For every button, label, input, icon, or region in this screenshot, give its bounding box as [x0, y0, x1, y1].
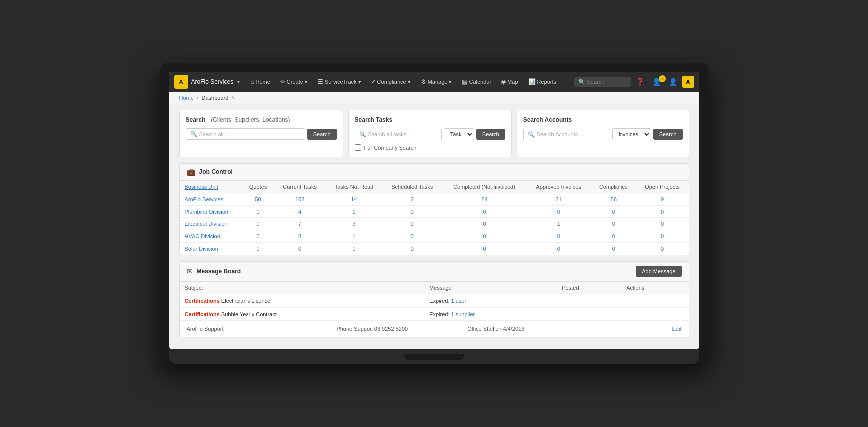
- create-icon: ✏: [280, 78, 285, 85]
- table-cell-link[interactable]: 0: [557, 246, 560, 252]
- table-cell-link[interactable]: 9: [661, 196, 664, 202]
- search-tasks-type-dropdown[interactable]: Task: [444, 128, 474, 140]
- search-tasks-input-wrapper[interactable]: 🔍: [355, 129, 442, 140]
- table-cell-link[interactable]: Plumbing Division: [185, 209, 228, 214]
- job-control-header: 💼 Job Control: [180, 164, 689, 180]
- table-cell-link[interactable]: 0: [661, 246, 664, 252]
- table-cell-link[interactable]: 0: [661, 209, 664, 214]
- table-cell-link[interactable]: 0: [352, 246, 355, 252]
- table-row: HVAC Division08100000: [180, 230, 689, 243]
- table-cell-link[interactable]: 0: [256, 233, 259, 239]
- search-clients-input[interactable]: [199, 131, 301, 137]
- footer-edit-link[interactable]: Edit: [672, 326, 682, 332]
- table-cell-link[interactable]: AroFlo Services: [185, 196, 224, 202]
- table-cell-link[interactable]: 84: [481, 196, 487, 202]
- table-cell-link[interactable]: Electrical Division: [185, 221, 228, 227]
- msg-row: Certifications Subbie Yearly ContractExp…: [180, 308, 689, 321]
- search-accounts-input[interactable]: [537, 131, 606, 137]
- table-cell-link[interactable]: 0: [612, 209, 615, 214]
- table-cell-link[interactable]: 0: [612, 221, 615, 227]
- msg-message-link[interactable]: 1 supplier: [451, 311, 475, 317]
- search-accounts-input-wrapper[interactable]: 🔍: [523, 129, 610, 140]
- table-cell-link[interactable]: 0: [557, 233, 560, 239]
- col-business-unit[interactable]: Business Unit: [180, 181, 243, 193]
- table-cell-link[interactable]: 1: [352, 209, 355, 214]
- table-cell-link[interactable]: 0: [411, 209, 414, 214]
- user-icon[interactable]: 👤: [666, 76, 680, 88]
- nav-compliance[interactable]: ✔ Compliance ▾: [367, 76, 415, 87]
- table-cell-link[interactable]: 8: [298, 233, 301, 239]
- table-cell-link[interactable]: 0: [483, 246, 486, 252]
- nav-home[interactable]: ⌂ Home: [247, 76, 274, 87]
- table-cell-link[interactable]: 4: [298, 209, 301, 214]
- user-avatar[interactable]: A: [682, 76, 694, 88]
- nav-brand-arrow[interactable]: ▾: [237, 79, 240, 85]
- table-cell-link[interactable]: 0: [411, 246, 414, 252]
- table-cell-link[interactable]: 0: [256, 221, 259, 227]
- breadcrumb-home[interactable]: Home: [179, 95, 194, 101]
- table-cell-link[interactable]: 0: [483, 209, 486, 214]
- search-tasks-title: Search Tasks: [355, 116, 505, 123]
- table-cell-link[interactable]: 0: [483, 221, 486, 227]
- nav-logo[interactable]: A: [174, 75, 188, 89]
- notification-badge: 1: [659, 75, 666, 82]
- table-cell-link[interactable]: Solar Division: [185, 246, 218, 252]
- table-cell-link[interactable]: 0: [411, 221, 414, 227]
- table-cell-link[interactable]: HVAC Division: [185, 233, 220, 239]
- table-cell-link[interactable]: 7: [298, 221, 301, 227]
- msg-message-link[interactable]: 1 user: [451, 298, 467, 304]
- notification-bell[interactable]: 👤 1: [649, 77, 664, 86]
- message-board-table: Subject Message Posted Actions Certifica…: [180, 281, 689, 320]
- msg-message-prefix: Expired:: [429, 298, 451, 304]
- table-cell-link[interactable]: 0: [661, 233, 664, 239]
- table-cell-link[interactable]: 0: [256, 209, 259, 214]
- nav-manage[interactable]: ⚙ Manage ▾: [417, 76, 456, 87]
- table-cell-link[interactable]: 0: [483, 233, 486, 239]
- table-cell-link[interactable]: 108: [295, 196, 304, 202]
- nav-servicetrack[interactable]: ☰ ServiceTrack ▾: [314, 76, 365, 87]
- footer-office-info: Office Staff on 4/4/2016: [434, 326, 558, 332]
- nav-reports[interactable]: 📊 Reports: [524, 76, 561, 87]
- add-message-button[interactable]: Add Message: [636, 266, 681, 277]
- nav-bar: A AroFlo Services ▾ ⌂ Home ✏ Create ▾ ☰ …: [169, 72, 699, 92]
- table-cell-link[interactable]: 14: [351, 196, 357, 202]
- table-cell-link[interactable]: 3: [352, 221, 355, 227]
- table-cell-link[interactable]: 1: [352, 233, 355, 239]
- table-cell-link[interactable]: 0: [661, 221, 664, 227]
- search-clients-button[interactable]: Search: [307, 129, 337, 140]
- col-compliance: Compliance: [591, 181, 636, 193]
- table-cell-link[interactable]: 56: [611, 196, 617, 202]
- search-clients-input-wrapper[interactable]: 🔍: [186, 128, 305, 140]
- table-cell-link[interactable]: 50: [255, 196, 261, 202]
- table-cell-link[interactable]: 1: [557, 221, 560, 227]
- nav-create[interactable]: ✏ Create ▾: [276, 76, 312, 87]
- servicetrack-icon: ☰: [318, 78, 323, 85]
- table-cell-link[interactable]: 0: [557, 209, 560, 214]
- search-accounts-icon: 🔍: [528, 131, 535, 138]
- table-cell-link[interactable]: 0: [612, 233, 615, 239]
- table-cell-link[interactable]: 0: [411, 233, 414, 239]
- help-icon[interactable]: ❓: [633, 76, 647, 88]
- nav-search-box[interactable]: 🔍: [574, 77, 631, 87]
- full-company-checkbox[interactable]: [355, 144, 361, 151]
- search-clients-row: 🔍 Search: [186, 128, 337, 140]
- table-cell-link[interactable]: 0: [256, 246, 259, 252]
- full-company-label: Full Company Search: [364, 145, 417, 151]
- table-cell-link[interactable]: 0: [612, 246, 615, 252]
- search-accounts-button[interactable]: Search: [653, 129, 683, 140]
- servicetrack-arrow: ▾: [358, 79, 361, 85]
- search-tasks-input[interactable]: [368, 131, 437, 137]
- col-current-tasks: Current Tasks: [274, 181, 325, 193]
- table-cell-link[interactable]: 0: [298, 246, 301, 252]
- full-company-row: Full Company Search: [355, 144, 505, 151]
- table-cell-link[interactable]: 2: [411, 196, 414, 202]
- nav-search-input[interactable]: [587, 79, 627, 85]
- nav-calendar[interactable]: ▦ Calendar: [458, 76, 495, 87]
- nav-map[interactable]: ◉ Map: [497, 76, 522, 87]
- table-cell-link[interactable]: 21: [556, 196, 562, 202]
- search-accounts-type-dropdown[interactable]: Invoices: [612, 128, 651, 140]
- search-tasks-button[interactable]: Search: [476, 129, 505, 140]
- message-board-title: Message Board: [197, 268, 241, 275]
- breadcrumb-edit-icon[interactable]: ✎: [231, 95, 235, 101]
- content-area: Search - (Clients, Suppliers, Locations)…: [169, 104, 699, 349]
